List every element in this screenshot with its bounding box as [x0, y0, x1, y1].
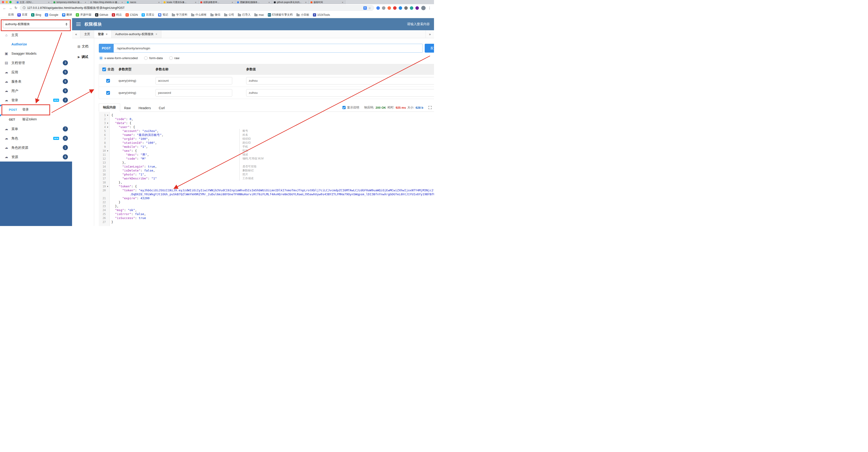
- param-checkbox[interactable]: [106, 91, 110, 95]
- fold-icon[interactable]: [106, 122, 110, 124]
- header-search-input[interactable]: 请输入搜索内容: [407, 22, 430, 26]
- bookmark-item[interactable]: 百 百度: [16, 12, 29, 18]
- show-description-checkbox[interactable]: [342, 106, 346, 109]
- bookmark-item[interactable]: G 码云: [110, 12, 123, 18]
- browser-tab[interactable]: temporary-interface 接口... ×: [52, 0, 88, 4]
- sidebar-api-get-verify-token[interactable]: GET 验证token: [0, 114, 72, 124]
- bookmark-item[interactable]: 笔 笔记: [156, 12, 170, 18]
- extension-icon[interactable]: [415, 6, 419, 10]
- bookmark-item[interactable]: 译 翻译: [60, 12, 74, 18]
- zoom-window-icon[interactable]: [9, 1, 11, 3]
- extension-icon[interactable]: [410, 6, 413, 10]
- back-icon[interactable]: ←: [3, 6, 6, 10]
- body-type-option[interactable]: x-www-form-urlencoded: [99, 56, 137, 60]
- content-tab[interactable]: 主页: [81, 30, 94, 38]
- browser-tab[interactable]: 权限参数荟萃... ×: [198, 0, 235, 4]
- response-tab[interactable]: Raw: [120, 105, 134, 112]
- radio-icon[interactable]: [99, 56, 103, 60]
- sidebar-item-app[interactable]: ☁ 应用 5: [0, 67, 72, 77]
- page-info-icon[interactable]: ⓘ: [23, 6, 26, 10]
- param-value-input[interactable]: [246, 77, 434, 84]
- chevron-left-icon[interactable]: «: [72, 30, 81, 38]
- tab-document[interactable]: ▤ 文档: [78, 44, 88, 49]
- browser-tab[interactable]: koala 可爱的头像... ×: [162, 0, 198, 4]
- bookmark-item[interactable]: 小目标: [295, 12, 311, 18]
- module-select[interactable]: authority-权限模块: [3, 20, 70, 28]
- bookmark-item[interactable]: mac: [253, 12, 266, 17]
- chevron-right-icon[interactable]: »: [426, 30, 434, 38]
- browser-tab[interactable]: nacos ×: [125, 0, 162, 4]
- bookmark-item[interactable]: 什么都有: [189, 12, 208, 18]
- tab-close-icon[interactable]: ×: [158, 1, 160, 4]
- tab-close-icon[interactable]: ×: [342, 1, 343, 4]
- param-name-input[interactable]: [156, 77, 232, 84]
- tab-close-icon[interactable]: ×: [305, 1, 307, 4]
- translate-icon[interactable]: 文: [363, 6, 367, 10]
- bookmark-item[interactable]: 学习资料: [170, 12, 189, 18]
- tab-close-icon[interactable]: ×: [195, 1, 196, 4]
- bookmark-item[interactable]: O 开源中国: [74, 12, 93, 18]
- body-type-option[interactable]: raw: [169, 56, 180, 60]
- tab-close-icon[interactable]: ×: [269, 1, 270, 4]
- tab-close-icon[interactable]: ×: [106, 32, 107, 36]
- tab-close-icon[interactable]: ×: [156, 32, 157, 36]
- sidebar-item-login[interactable]: ☁ 登录 NEW 2: [0, 95, 72, 105]
- address-bar[interactable]: ⓘ 127.0.0.1:8760/api/gate/doc.html#/auth…: [20, 5, 374, 11]
- radio-icon[interactable]: [169, 56, 173, 60]
- extension-icon[interactable]: [393, 6, 397, 10]
- bookmark-item[interactable]: 云 百度云: [140, 12, 156, 18]
- bookmark-item[interactable]: 公司: [222, 12, 236, 18]
- extension-icon[interactable]: [399, 6, 402, 10]
- menu-hamburger-icon[interactable]: [76, 24, 81, 24]
- fold-icon[interactable]: [106, 185, 110, 188]
- tab-debug[interactable]: ▶ 调试: [78, 55, 88, 59]
- tab-close-icon[interactable]: ×: [85, 1, 86, 4]
- bookmark-star-icon[interactable]: ☆: [368, 6, 371, 10]
- param-value-input[interactable]: [246, 89, 434, 96]
- browser-tab[interactable]: 图解|课程|微服务... ×: [235, 0, 272, 4]
- extension-icon[interactable]: [404, 6, 408, 10]
- sidebar-item-service-table[interactable]: ☁ 服务表 6: [0, 77, 72, 86]
- sidebar-item-authorize[interactable]: Authorize: [0, 39, 72, 49]
- radio-icon[interactable]: [144, 56, 148, 60]
- close-window-icon[interactable]: [2, 1, 4, 3]
- reload-icon[interactable]: ↻: [14, 6, 18, 10]
- browser-tab[interactable]: 极客时间 ×: [309, 0, 345, 4]
- fullscreen-icon[interactable]: [428, 106, 432, 109]
- extension-icon[interactable]: [388, 6, 391, 10]
- sidebar-item-role[interactable]: ☁ 角色 NEW 8: [0, 134, 72, 143]
- forward-icon[interactable]: →: [9, 6, 12, 10]
- tab-close-icon[interactable]: ×: [122, 1, 123, 4]
- send-button[interactable]: 发送: [425, 44, 434, 53]
- bookmark-item[interactable]: G GitHub: [93, 12, 110, 17]
- sidebar-api-post-login[interactable]: POST 登录: [0, 105, 72, 114]
- content-tab[interactable]: 登录 ×: [94, 30, 112, 38]
- content-tab[interactable]: Authorize-authority-权限模块 ×: [112, 30, 161, 38]
- bookmark-item[interactable]: G Google: [43, 12, 60, 17]
- fold-icon[interactable]: [106, 150, 110, 152]
- param-checkbox[interactable]: [106, 79, 110, 83]
- bookmark-item[interactable]: b Bing: [30, 12, 43, 17]
- sidebar-item-menu[interactable]: ☁ 菜单 7: [0, 124, 72, 134]
- tab-close-icon[interactable]: ×: [232, 1, 233, 4]
- sidebar-item-doc-manage[interactable]: ▤ 文档管理 3: [0, 58, 72, 67]
- extension-icon[interactable]: [382, 6, 385, 10]
- sidebar-item-home[interactable]: ⌂ 主页: [0, 30, 72, 39]
- tab-close-icon[interactable]: ×: [48, 1, 50, 4]
- body-type-option[interactable]: form-data: [144, 56, 163, 60]
- bookmark-item[interactable]: 已导入: [236, 12, 252, 18]
- response-tab[interactable]: Headers: [134, 105, 155, 112]
- sidebar-item-swagger-models[interactable]: ▣ Swagger Models: [0, 49, 72, 58]
- select-all-checkbox[interactable]: [102, 67, 106, 71]
- sidebar-item-resource[interactable]: ☁ 资源 6: [0, 152, 72, 162]
- param-name-input[interactable]: [156, 89, 232, 96]
- response-tab[interactable]: Curl: [155, 105, 169, 112]
- sidebar-item-user[interactable]: ☁ 用户 9: [0, 86, 72, 95]
- bookmark-item[interactable]: 应用: [2, 12, 16, 18]
- response-tab[interactable]: 响应内容: [99, 104, 120, 112]
- bookmark-item[interactable]: 微信: [209, 12, 222, 18]
- browser-tab[interactable]: github pages美化你的... ×: [272, 0, 309, 4]
- minimize-window-icon[interactable]: [6, 1, 8, 3]
- browser-menu-icon[interactable]: ⋮: [428, 6, 431, 10]
- profile-avatar[interactable]: [421, 6, 426, 10]
